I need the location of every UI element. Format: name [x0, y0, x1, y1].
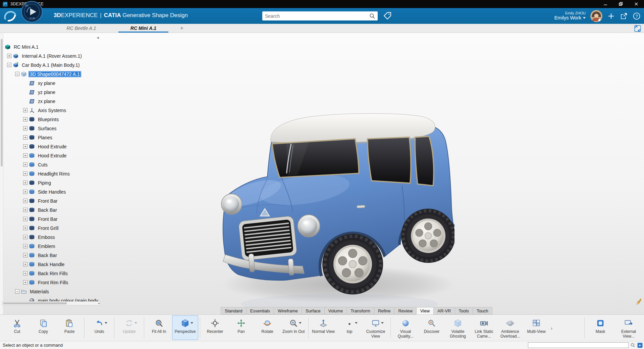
tree-item[interactable]: +Axis Systems	[5, 106, 101, 115]
fullscreen-toggle-icon[interactable]	[634, 25, 641, 32]
expand-icon[interactable]: +	[23, 262, 28, 266]
tree-item[interactable]: −Materials	[5, 287, 101, 296]
dropdown-arrow-icon[interactable]	[355, 322, 358, 324]
undo-button[interactable]: Undo	[86, 315, 112, 340]
expand-icon[interactable]: +	[23, 271, 28, 276]
tree-item[interactable]: +Blueprints	[5, 115, 101, 124]
link-static-came-button[interactable]: Link Static Came...	[471, 315, 497, 340]
expand-icon[interactable]: +	[7, 54, 11, 58]
visual-quality-button[interactable]: Visual Quality...	[392, 315, 419, 340]
recenter-button[interactable]: Recenter	[202, 315, 228, 340]
expand-icon[interactable]: +	[23, 226, 28, 230]
tree-item[interactable]: +Piping	[5, 178, 101, 187]
ribbon-tab-tools[interactable]: Tools	[455, 307, 473, 314]
tree-collapse-arrow-icon[interactable]: ◄	[96, 36, 100, 40]
collapse-icon[interactable]: −	[15, 72, 19, 76]
collapse-icon[interactable]: −	[7, 63, 11, 67]
3d-viewport[interactable]: ◄ RC Mini A.1+Internal A.1 (Rover Assem.…	[0, 33, 644, 314]
tree-item[interactable]: +Hood Extrude	[5, 151, 101, 160]
ribbon-tab-refine[interactable]: Refine	[374, 307, 395, 314]
mask-button[interactable]: Mask	[586, 315, 614, 340]
document-tab-1[interactable]: RC Beetle A.1	[50, 24, 112, 33]
tree-item[interactable]: +Internal A.1 (Rover Assem.1)	[5, 51, 101, 60]
expand-icon[interactable]: +	[23, 253, 28, 257]
dropdown-arrow-icon[interactable]	[191, 322, 193, 324]
dropdown-arrow-icon[interactable]	[299, 322, 302, 324]
external-view-button[interactable]: External View...	[614, 315, 643, 340]
ribbon-tab-view[interactable]: View	[416, 307, 434, 314]
share-icon[interactable]	[620, 12, 628, 20]
tree-item[interactable]: RC Mini A.1	[5, 42, 101, 51]
discover-button[interactable]: Discover	[419, 315, 445, 340]
tree-item[interactable]: +Emblem	[5, 242, 101, 251]
close-button[interactable]	[629, 0, 644, 8]
tree-item[interactable]: +Surfaces	[5, 124, 101, 133]
ambience-overload-button[interactable]: Ambience Overload...	[497, 315, 523, 340]
document-tab-2[interactable]: RC Mini A.1	[112, 24, 174, 33]
expand-icon[interactable]: +	[23, 199, 28, 203]
dropdown-arrow-icon[interactable]	[381, 322, 384, 324]
avatar[interactable]	[590, 10, 602, 22]
expand-icon[interactable]: +	[23, 208, 28, 212]
collapse-icon[interactable]: −	[15, 289, 19, 294]
minimize-button[interactable]	[598, 0, 613, 8]
fit-all-in-button[interactable]: Fit All In	[146, 315, 172, 340]
expand-icon[interactable]: +	[23, 217, 28, 221]
3d-compass[interactable]: 3D V+R	[21, 1, 43, 23]
tree-horizontal-scrollbar[interactable]: ◂▸	[2, 301, 101, 305]
tree-item[interactable]: yz plane	[5, 88, 101, 97]
search-input[interactable]	[262, 13, 369, 19]
tree-item[interactable]: +Back Bar	[5, 205, 101, 214]
expand-icon[interactable]: +	[23, 144, 28, 149]
tree-item[interactable]: +Side Handles	[5, 187, 101, 196]
tree-item[interactable]: zx plane	[5, 97, 101, 106]
model-3d-car[interactable]	[220, 110, 454, 308]
expand-icon[interactable]: +	[23, 153, 28, 158]
cut-button[interactable]: Cut	[4, 315, 30, 340]
customize-view-button[interactable]: Customize View	[363, 315, 389, 340]
search-options-icon[interactable]	[630, 343, 636, 348]
expand-icon[interactable]: +	[23, 162, 28, 167]
rotate-button[interactable]: Rotate	[254, 315, 280, 340]
pan-button[interactable]: Pan	[228, 315, 254, 340]
tree-item[interactable]: +Front Bar	[5, 214, 101, 223]
restore-button[interactable]	[613, 0, 629, 8]
zoom-in-out-button[interactable]: Zoom In Out	[280, 315, 307, 340]
add-content-icon[interactable]	[607, 12, 615, 20]
annotate-pencil-icon[interactable]	[634, 298, 642, 305]
dropdown-arrow-icon[interactable]	[105, 322, 107, 324]
ribbon-tab-touch[interactable]: Touch	[473, 307, 492, 314]
expand-icon[interactable]: +	[23, 244, 28, 248]
expand-icon[interactable]: +	[23, 117, 28, 121]
expand-icon[interactable]: +	[23, 171, 28, 176]
tree-item[interactable]: +Back Handle	[5, 260, 101, 269]
tree-item[interactable]: +Headlight Rims	[5, 169, 101, 178]
tree-item[interactable]: +Front Grill	[5, 223, 101, 233]
perspective-button[interactable]: Perspective	[172, 315, 198, 340]
tags-icon[interactable]	[383, 11, 392, 20]
ribbon-tab-transform[interactable]: Transform	[346, 307, 374, 314]
multi-view-button[interactable]: Multi-View	[523, 315, 549, 340]
tree-item[interactable]: +Back Bar	[5, 251, 101, 260]
help-icon[interactable]: ?	[633, 12, 641, 20]
tree-item[interactable]: +Front Bar	[5, 196, 101, 205]
tree-item[interactable]: +Emboss	[5, 233, 101, 242]
tree-item[interactable]: +Front Rim Fills	[5, 278, 101, 287]
tree-item[interactable]: −3D Shape00047472 A.1	[5, 69, 101, 79]
expand-icon[interactable]: +	[23, 190, 28, 194]
expand-icon[interactable]: +	[23, 135, 28, 140]
new-tab-button[interactable]: +	[174, 24, 189, 33]
tree-item[interactable]: +Planes	[5, 133, 101, 142]
ribbon-tab-volume[interactable]: Volume	[324, 307, 347, 314]
normal-view-button[interactable]: Normal View	[310, 315, 336, 340]
workspace-switcher[interactable]: Emily ZHOU Emilys Work	[554, 11, 586, 21]
ribbon-tab-essentials[interactable]: Essentials	[246, 307, 274, 314]
expand-icon[interactable]: +	[23, 280, 28, 285]
command-input[interactable]	[528, 342, 629, 348]
toolbar-overflow-chevron-icon[interactable]: ›	[551, 325, 552, 331]
tree-item[interactable]: xy plane	[5, 79, 101, 88]
expand-icon[interactable]: +	[23, 108, 28, 112]
tree-item[interactable]: +Hood Extrude	[5, 142, 101, 151]
tree-vertical-scrollbar[interactable]	[0, 33, 3, 314]
tree-item[interactable]: −Car Body A.1 (Main Body.1)	[5, 60, 101, 69]
